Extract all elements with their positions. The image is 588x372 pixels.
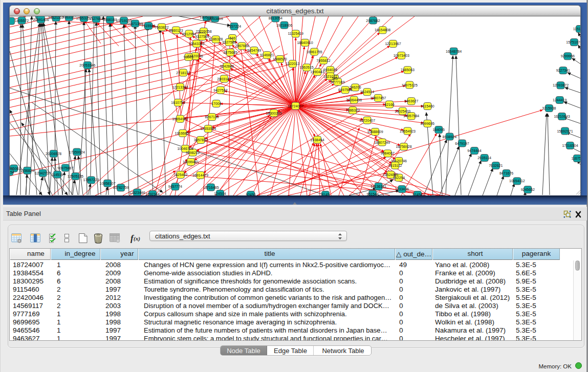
svg-text:10958107: 10958107: [100, 182, 116, 185]
svg-text:1151475: 1151475: [573, 27, 581, 31]
svg-text:7625402: 7625402: [173, 173, 187, 177]
svg-text:12093872: 12093872: [553, 83, 569, 87]
svg-text:17016504: 17016504: [562, 144, 578, 147]
svg-text:8145: 8145: [321, 193, 330, 195]
svg-text:12213383: 12213383: [172, 85, 188, 89]
svg-text:(x): (x): [134, 235, 140, 242]
svg-text:9115460: 9115460: [421, 104, 434, 108]
svg-text:16033809: 16033809: [207, 17, 223, 20]
svg-text:1588520: 1588520: [273, 57, 287, 61]
svg-text:20364436: 20364436: [346, 98, 362, 102]
svg-text:9498212: 9498212: [186, 151, 200, 155]
svg-text:9777169: 9777169: [331, 80, 344, 84]
svg-text:1322013: 1322013: [286, 62, 299, 65]
svg-text:9474444: 9474444: [467, 149, 481, 152]
svg-text:13716485: 13716485: [203, 186, 219, 189]
svg-text:17004: 17004: [211, 102, 222, 105]
svg-text:19654982: 19654982: [172, 117, 188, 121]
svg-text:98901: 98901: [184, 55, 194, 59]
svg-text:164095: 164095: [433, 128, 445, 132]
svg-text:8938924: 8938924: [443, 135, 456, 139]
svg-text:12975125: 12975125: [402, 83, 418, 87]
svg-text:20053346: 20053346: [79, 63, 95, 67]
svg-text:6466160: 6466160: [103, 18, 117, 21]
svg-text:2935114: 2935114: [477, 156, 491, 160]
svg-text:116753: 116753: [572, 157, 581, 160]
svg-text:2087682: 2087682: [366, 19, 380, 23]
svg-text:1156829: 1156829: [20, 169, 34, 172]
svg-text:1292344: 1292344: [146, 192, 160, 195]
svg-text:7515546: 7515546: [141, 24, 155, 28]
svg-text:62160: 62160: [384, 103, 395, 106]
svg-text:16120746: 16120746: [391, 159, 407, 163]
svg-text:3215938: 3215938: [542, 106, 556, 110]
svg-text:9299966: 9299966: [561, 54, 575, 58]
svg-text:16210643: 16210643: [554, 115, 570, 118]
svg-text:12505135: 12505135: [68, 174, 83, 178]
svg-text:8471676: 8471676: [499, 171, 513, 175]
svg-text:3875685: 3875685: [223, 51, 237, 54]
svg-text:9463627: 9463627: [404, 99, 418, 103]
svg-text:12342737: 12342737: [35, 171, 51, 175]
svg-text:11325419: 11325419: [288, 32, 303, 35]
svg-text:1621022: 1621022: [323, 75, 337, 78]
svg-text:16648784: 16648784: [446, 50, 462, 53]
svg-text:8186328: 8186328: [209, 37, 223, 41]
svg-text:9227341: 9227341: [556, 69, 570, 72]
svg-text:18807249: 18807249: [374, 141, 390, 144]
svg-text:12213967: 12213967: [385, 42, 401, 46]
svg-text:16154808: 16154808: [375, 28, 390, 32]
svg-text:12323446: 12323446: [129, 191, 145, 194]
svg-text:7663822: 7663822: [155, 26, 168, 29]
svg-text:9245652: 9245652: [521, 188, 535, 191]
svg-text:7485063: 7485063: [401, 68, 415, 72]
svg-text:9457774: 9457774: [168, 185, 182, 188]
svg-text:10025433: 10025433: [395, 110, 410, 113]
svg-text:1405572: 1405572: [15, 19, 29, 23]
svg-text:7955812: 7955812: [316, 59, 330, 62]
svg-text:23226058: 23226058: [195, 30, 211, 33]
svg-text:9084067: 9084067: [381, 151, 395, 155]
svg-text:16914479: 16914479: [192, 173, 208, 177]
svg-text:2967608: 2967608: [235, 44, 249, 48]
svg-text:12353594: 12353594: [200, 127, 216, 130]
svg-text:8454749: 8454749: [247, 49, 261, 52]
svg-text:1527602: 1527602: [89, 17, 103, 20]
svg-text:9427532: 9427532: [213, 89, 227, 92]
svg-text:10807457: 10807457: [370, 96, 386, 100]
svg-text:18300295: 18300295: [266, 112, 281, 115]
svg-text:92450: 92450: [246, 193, 256, 195]
svg-text:951544: 951544: [367, 192, 379, 196]
svg-text:9327509: 9327509: [195, 35, 209, 38]
svg-text:10782759: 10782759: [113, 186, 129, 189]
svg-text:8813054: 8813054: [269, 16, 282, 20]
svg-text:1733436: 1733436: [395, 187, 409, 191]
svg-text:15751074: 15751074: [566, 40, 581, 44]
svg-text:1244419: 1244419: [553, 98, 567, 102]
svg-text:18724007: 18724007: [288, 104, 303, 108]
svg-text:152254: 152254: [393, 176, 405, 180]
svg-text:2718170: 2718170: [176, 71, 190, 75]
svg-text:9063107: 9063107: [62, 16, 76, 19]
svg-text:10543362: 10543362: [188, 42, 204, 46]
svg-text:16961755: 16961755: [307, 50, 322, 54]
svg-text:14136141: 14136141: [371, 185, 386, 188]
svg-text:81454: 81454: [412, 193, 423, 195]
svg-text:9327508: 9327508: [222, 40, 236, 44]
svg-text:17359924: 17359924: [69, 150, 85, 154]
svg-text:10654112: 10654112: [509, 179, 525, 183]
svg-text:7386322: 7386322: [346, 108, 360, 112]
svg-text:1990443: 1990443: [310, 70, 324, 74]
svg-text:9146821: 9146821: [260, 53, 274, 57]
svg-text:9242848: 9242848: [220, 64, 234, 68]
svg-text:14957584: 14957584: [403, 114, 419, 118]
svg-text:20206578: 20206578: [46, 152, 61, 156]
svg-text:19654923: 19654923: [400, 129, 416, 133]
svg-text:6479197: 6479197: [455, 142, 469, 145]
svg-text:746206: 746206: [349, 85, 361, 89]
svg-text:10688609: 10688609: [367, 130, 383, 134]
svg-text:1362615: 1362615: [299, 65, 313, 69]
svg-text:19166857: 19166857: [175, 132, 191, 135]
svg-text:124504: 124504: [214, 192, 226, 195]
svg-text:114519: 114519: [52, 173, 63, 177]
